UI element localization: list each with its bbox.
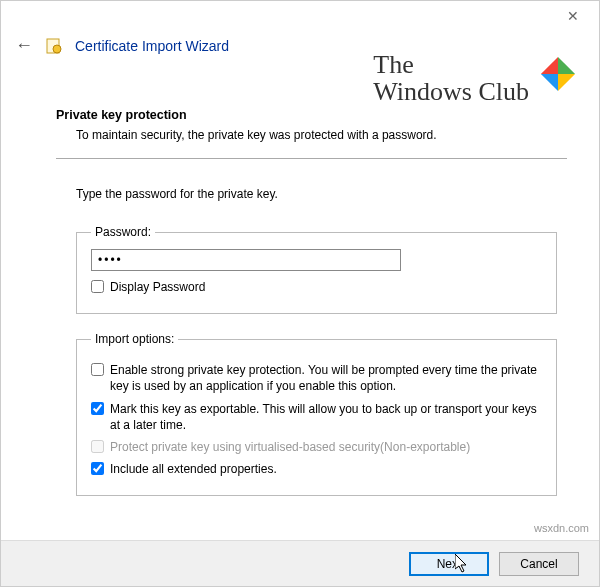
page-heading: Private key protection — [56, 108, 567, 122]
option-extended-properties-checkbox[interactable] — [91, 462, 104, 475]
svg-point-1 — [53, 45, 61, 53]
password-input[interactable] — [91, 249, 401, 271]
certificate-icon — [45, 37, 63, 55]
button-bar: Next Cancel — [1, 540, 599, 586]
option-strong-protection-checkbox[interactable] — [91, 363, 104, 376]
wizard-header: ← Certificate Import Wizard — [1, 31, 599, 68]
divider — [56, 158, 567, 159]
option-exportable-checkbox[interactable] — [91, 402, 104, 415]
page-subheading: To maintain security, the private key wa… — [76, 128, 567, 142]
import-options-group: Import options: Enable strong private ke… — [76, 332, 557, 496]
option-vbs: Protect private key using virtualised-ba… — [91, 439, 542, 455]
display-password-checkbox[interactable] — [91, 280, 104, 293]
display-password-label: Display Password — [110, 279, 205, 295]
close-icon[interactable]: ✕ — [559, 4, 587, 28]
password-legend: Password: — [91, 225, 155, 239]
wizard-title: Certificate Import Wizard — [75, 38, 229, 54]
option-extended-properties[interactable]: Include all extended properties. — [91, 461, 542, 477]
next-button[interactable]: Next — [409, 552, 489, 576]
option-exportable[interactable]: Mark this key as exportable. This will a… — [91, 401, 542, 433]
instruction-text: Type the password for the private key. — [76, 187, 567, 201]
credit-text: wsxdn.com — [534, 522, 589, 534]
password-group: Password: Display Password — [76, 225, 557, 314]
back-arrow-icon[interactable]: ← — [15, 35, 33, 56]
option-strong-protection[interactable]: Enable strong private key protection. Yo… — [91, 362, 542, 394]
cancel-button[interactable]: Cancel — [499, 552, 579, 576]
display-password-row[interactable]: Display Password — [91, 279, 542, 295]
option-vbs-checkbox — [91, 440, 104, 453]
import-options-legend: Import options: — [91, 332, 178, 346]
